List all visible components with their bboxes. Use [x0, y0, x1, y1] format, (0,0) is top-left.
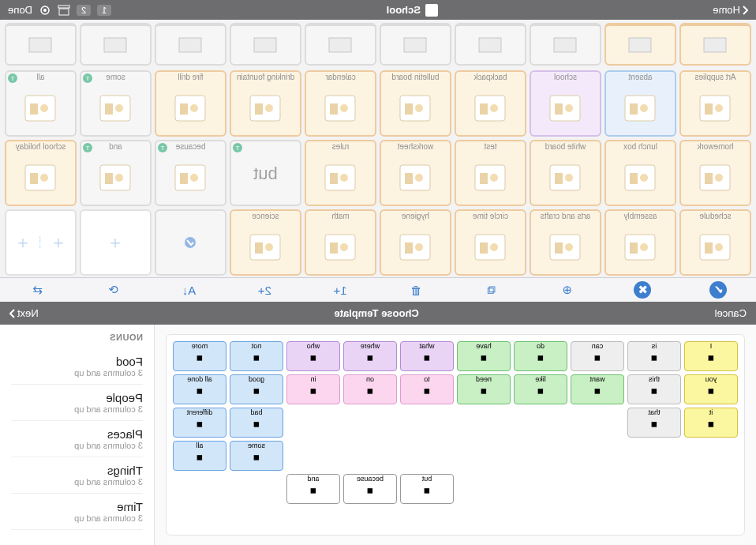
- board-cell[interactable]: science: [230, 209, 301, 276]
- board-cell[interactable]: Art supplies: [679, 70, 751, 137]
- board-cell[interactable]: school holiday: [5, 140, 77, 206]
- board-cell[interactable]: butT: [230, 140, 301, 206]
- board-cell[interactable]: white board: [530, 140, 601, 206]
- template-cell[interactable]: can◼︎: [571, 341, 624, 371]
- gear-icon[interactable]: [39, 4, 51, 17]
- cell-label: all: [36, 72, 47, 81]
- board-cell[interactable]: hygiene: [380, 209, 451, 276]
- board-cell[interactable]: rules: [305, 140, 376, 206]
- toolbar-sort-icon[interactable]: A↓: [181, 281, 198, 299]
- template-cell[interactable]: have◼︎: [457, 341, 511, 371]
- template-cell[interactable]: all done◼︎: [173, 374, 226, 404]
- board-cell[interactable]: calendar: [305, 70, 376, 137]
- done-button[interactable]: Done: [8, 4, 32, 16]
- board-cell[interactable]: lunch box: [604, 140, 676, 206]
- template-cell[interactable]: but◼︎: [400, 474, 454, 504]
- template-cell[interactable]: because◼︎: [343, 474, 397, 504]
- sidebar-category[interactable]: Places3 columns and up: [11, 421, 143, 457]
- board-cell[interactable]: [155, 209, 226, 276]
- board-cell[interactable]: schedule: [679, 209, 751, 276]
- board-cell[interactable]: arts and crafts: [530, 209, 601, 276]
- board-cell[interactable]: ＋ ⸽ ＋: [5, 209, 77, 276]
- toolbar-plus1-icon[interactable]: 1+: [331, 281, 349, 299]
- template-cell[interactable]: good◼︎: [230, 374, 283, 404]
- template-cell[interactable]: and◼︎: [286, 474, 340, 504]
- template-cell[interactable]: is◼︎: [627, 341, 681, 371]
- toolbar-add-page-icon[interactable]: ⊕: [559, 281, 576, 299]
- template-cell-label: to: [424, 376, 430, 383]
- board-cell[interactable]: assembly: [604, 209, 676, 276]
- page-indicator-1[interactable]: 1: [97, 5, 111, 16]
- category-sub: 3 columns and up: [11, 477, 143, 487]
- home-button[interactable]: Home: [713, 4, 748, 16]
- board-cell[interactable]: ＋: [80, 209, 152, 276]
- toolbar-refresh-icon[interactable]: ⟳: [105, 281, 122, 299]
- board-cell[interactable]: allT: [5, 70, 77, 137]
- template-cell[interactable]: who◼︎: [286, 341, 340, 371]
- board-cell[interactable]: andT: [80, 140, 152, 206]
- next-button[interactable]: Next: [9, 307, 39, 319]
- archive-icon[interactable]: [58, 5, 70, 16]
- template-cell[interactable]: where◼︎: [343, 341, 397, 371]
- template-cell[interactable]: more◼︎: [173, 341, 226, 371]
- board-cell[interactable]: circle time: [455, 209, 526, 276]
- category-sub: 3 columns and up: [11, 441, 143, 450]
- board-cell[interactable]: absent: [604, 70, 676, 137]
- board-cell[interactable]: [155, 23, 226, 66]
- next-label: Next: [17, 307, 39, 319]
- template-cell[interactable]: need◼︎: [457, 374, 511, 404]
- board-cell[interactable]: [80, 23, 152, 66]
- board-cell[interactable]: becauseT: [155, 140, 226, 206]
- board-cell[interactable]: backpack: [455, 70, 526, 137]
- app-header: Home School 1 2 Done: [0, 0, 756, 20]
- template-cell[interactable]: that◼︎: [627, 408, 681, 438]
- toolbar-swap-icon[interactable]: ⇄: [29, 281, 47, 299]
- board-cell[interactable]: [455, 23, 526, 66]
- template-cell[interactable]: to◼︎: [400, 374, 454, 404]
- board-cell[interactable]: drinking fountain: [230, 70, 301, 137]
- template-cell[interactable]: some◼︎: [230, 441, 283, 471]
- board-cell[interactable]: math: [305, 209, 376, 276]
- template-cell[interactable]: all◼︎: [173, 441, 226, 471]
- board-cell[interactable]: [380, 23, 451, 66]
- sidebar-category[interactable]: People3 columns and up: [11, 385, 143, 421]
- template-cell[interactable]: do◼︎: [514, 341, 567, 371]
- svg-point-60: [341, 174, 349, 182]
- board-cell[interactable]: test: [455, 140, 526, 206]
- toolbar-plus2-icon[interactable]: 2+: [256, 281, 273, 299]
- board-cell[interactable]: [230, 23, 301, 66]
- board-cell[interactable]: worksheet: [380, 140, 451, 206]
- toolbar-check-filled-icon[interactable]: ✔: [709, 281, 727, 299]
- template-cell[interactable]: you◼︎: [684, 374, 738, 404]
- board-cell[interactable]: [530, 23, 601, 66]
- sidebar-category[interactable]: Time3 columns and up: [11, 494, 143, 530]
- page-indicator-2[interactable]: 2: [77, 5, 91, 16]
- board-cell[interactable]: [5, 23, 77, 66]
- board-cell[interactable]: bulletin board: [380, 70, 451, 137]
- board-cell[interactable]: homework: [679, 140, 751, 206]
- template-cell[interactable]: not◼︎: [230, 341, 283, 371]
- board-cell[interactable]: [679, 23, 751, 66]
- board-cell[interactable]: [305, 23, 376, 66]
- template-cell[interactable]: want◼︎: [571, 374, 624, 404]
- board-cell[interactable]: [604, 23, 676, 66]
- toolbar-trash-icon[interactable]: 🗑: [407, 281, 425, 299]
- template-preview[interactable]: I◼︎is◼︎can◼︎do◼︎have◼︎what◼︎where◼︎who◼︎…: [155, 325, 756, 545]
- board-cell[interactable]: fire drill: [155, 70, 226, 137]
- template-cell[interactable]: like◼︎: [514, 374, 567, 404]
- template-cell[interactable]: bad◼︎: [230, 408, 283, 438]
- sidebar-category[interactable]: Food3 columns and up: [11, 348, 143, 385]
- template-cell[interactable]: this◼︎: [627, 374, 681, 404]
- template-cell[interactable]: it◼︎: [684, 408, 738, 438]
- board-cell[interactable]: school: [530, 70, 601, 137]
- toolbar-check-outline-icon[interactable]: ✖: [634, 281, 651, 299]
- template-cell[interactable]: different◼︎: [173, 408, 226, 438]
- sidebar-category[interactable]: Things3 columns and up: [11, 457, 143, 494]
- template-cell[interactable]: I◼︎: [684, 341, 738, 371]
- template-cell[interactable]: on◼︎: [343, 374, 397, 404]
- template-cell[interactable]: in◼︎: [286, 374, 340, 404]
- cancel-button[interactable]: Cancel: [715, 307, 747, 319]
- board-cell[interactable]: someT: [80, 70, 152, 137]
- template-cell[interactable]: what◼︎: [400, 341, 454, 371]
- toolbar-copy-icon[interactable]: ⧉: [483, 281, 500, 299]
